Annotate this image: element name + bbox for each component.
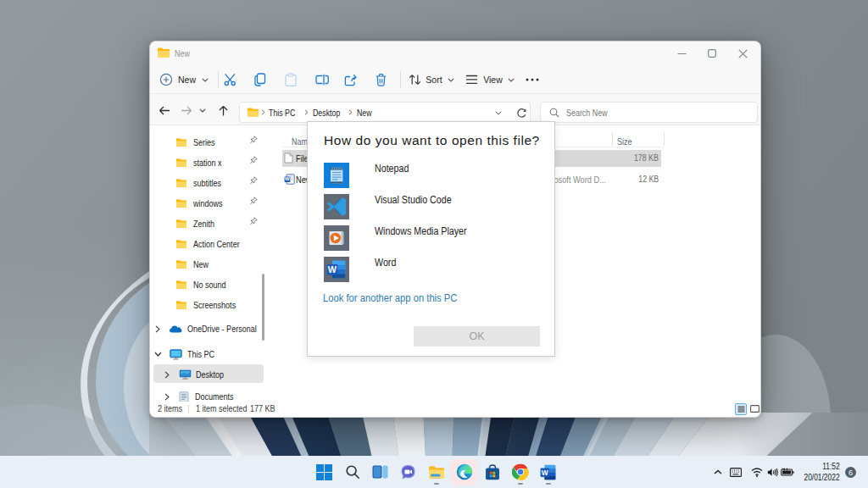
tray-keyboard[interactable] (727, 456, 744, 488)
sidebar-item-action-center[interactable]: Action Center (175, 234, 250, 254)
folder-icon (175, 259, 187, 269)
svg-text:W: W (285, 176, 290, 181)
sidebar-item-this-pc[interactable]: This PC (154, 344, 220, 364)
taskbar-store-button[interactable] (478, 456, 506, 488)
sidebar-item-screenshots[interactable]: Screenshots (175, 295, 245, 315)
share-button[interactable] (342, 65, 360, 94)
ok-button[interactable]: OK (414, 326, 540, 347)
taskbar-chat-button[interactable] (394, 456, 422, 488)
back-button[interactable] (155, 103, 174, 118)
taskbar: W (0, 456, 868, 488)
notepad-icon (324, 163, 349, 188)
rename-button[interactable] (313, 65, 331, 94)
window-title: New (175, 48, 190, 58)
dialog-title: How do you want to open this file? (324, 133, 540, 148)
running-indicator (546, 483, 551, 485)
sidebar-item-desktop[interactable]: Desktop (164, 364, 230, 385)
tray-battery[interactable] (780, 456, 795, 488)
taskbar-word-button[interactable]: W (534, 456, 562, 488)
chevron-down-icon[interactable] (154, 352, 162, 357)
folder-icon (175, 219, 187, 229)
tray-wifi[interactable] (748, 456, 765, 488)
breadcrumb-chevron-icon (304, 109, 309, 115)
notification-badge[interactable]: 6 (845, 467, 856, 478)
search-box[interactable]: Search New (540, 102, 758, 123)
view-button[interactable]: View (460, 65, 520, 94)
window-folder-icon (157, 47, 170, 58)
paste-button[interactable] (281, 65, 300, 94)
sidebar-item-zenith[interactable]: Zenith (175, 214, 220, 234)
sidebar-item-no-sound[interactable]: No sound (175, 274, 233, 295)
new-button[interactable]: New (157, 65, 211, 94)
forward-button[interactable] (177, 103, 196, 118)
chevron-down-icon (202, 78, 209, 82)
thumbnail-view-button[interactable] (748, 403, 760, 415)
look-for-another-app-link[interactable]: Look for another app on this PC (323, 292, 457, 304)
chevron-right-icon[interactable] (164, 393, 170, 401)
breadcrumb-chevron-icon (261, 109, 265, 115)
selection-size: 177 KB (250, 404, 275, 413)
taskbar-edge-button[interactable] (450, 456, 478, 488)
chevron-down-icon (448, 78, 454, 82)
clock[interactable]: 11:52 20/01/2022 (804, 461, 840, 483)
sort-button[interactable]: Sort (403, 65, 459, 94)
up-button[interactable] (214, 103, 232, 118)
column-separator[interactable] (612, 132, 613, 146)
share-icon (344, 74, 358, 86)
cut-button[interactable] (221, 65, 240, 94)
taskbar-file-explorer-button[interactable] (422, 456, 450, 488)
folder-icon (175, 178, 187, 188)
more-icon (526, 78, 539, 81)
breadcrumb-new[interactable]: New (357, 103, 372, 122)
address-bar[interactable]: This PC Desktop New (239, 102, 531, 123)
minimize-button[interactable] (667, 42, 696, 65)
status-bar: 2 items 1 item selected 177 KB (150, 402, 760, 417)
address-dropdown-icon[interactable] (495, 111, 502, 115)
refresh-icon[interactable] (516, 108, 527, 119)
delete-button[interactable] (371, 65, 390, 94)
app-option-notepad[interactable]: Notepad (324, 163, 536, 188)
column-header-size[interactable]: Size (617, 136, 632, 147)
view-icon (465, 75, 478, 85)
taskbar-search-button[interactable] (338, 456, 366, 488)
recent-locations-button[interactable] (196, 103, 209, 118)
tray-volume[interactable] (764, 456, 781, 488)
copy-button[interactable] (250, 65, 269, 94)
details-view-button[interactable] (735, 403, 747, 415)
breadcrumb-desktop[interactable]: Desktop (313, 103, 340, 122)
sidebar-item-subtitles[interactable]: subtitles (175, 173, 227, 193)
new-button-label: New (178, 75, 196, 85)
breadcrumb-this-pc[interactable]: This PC (269, 103, 295, 122)
search-placeholder: Search New (566, 108, 608, 118)
maximize-button[interactable] (698, 42, 726, 65)
column-separator[interactable] (664, 132, 665, 146)
tray-chevron-up[interactable] (710, 456, 726, 488)
app-label: Notepad (375, 163, 409, 175)
app-option-vscode[interactable]: Visual Studio Code (324, 194, 536, 219)
running-indicator (518, 483, 523, 485)
taskbar-task-view-button[interactable] (366, 456, 394, 488)
sidebar-scrollbar[interactable] (262, 274, 264, 341)
status-separator (188, 405, 189, 413)
taskbar-start-button[interactable] (310, 456, 338, 488)
sidebar-item-new[interactable]: New (175, 254, 212, 274)
close-button[interactable] (728, 42, 757, 65)
chevron-right-icon[interactable] (155, 325, 160, 333)
file-explorer-icon (428, 465, 445, 480)
sidebar-item-onedrive[interactable]: OneDrive - Personal (155, 319, 272, 339)
app-option-word[interactable]: W Word (324, 257, 536, 282)
sidebar-item-windows[interactable]: windows (175, 193, 229, 214)
sidebar-item-series[interactable]: Series (175, 132, 220, 152)
chevron-right-icon[interactable] (164, 371, 170, 379)
more-options-button[interactable] (521, 65, 543, 94)
trash-icon (376, 74, 387, 86)
sidebar-item-station-x[interactable]: station x (175, 152, 228, 173)
taskbar-chrome-button[interactable] (506, 456, 534, 488)
word-icon: W (324, 257, 349, 282)
app-option-wmp[interactable]: Windows Media Player (324, 225, 536, 251)
selection-count: 1 item selected (196, 404, 248, 413)
arrow-right-icon (181, 106, 192, 115)
battery-icon (781, 468, 794, 477)
pin-icon (250, 197, 258, 205)
app-label: Windows Media Player (375, 225, 467, 237)
